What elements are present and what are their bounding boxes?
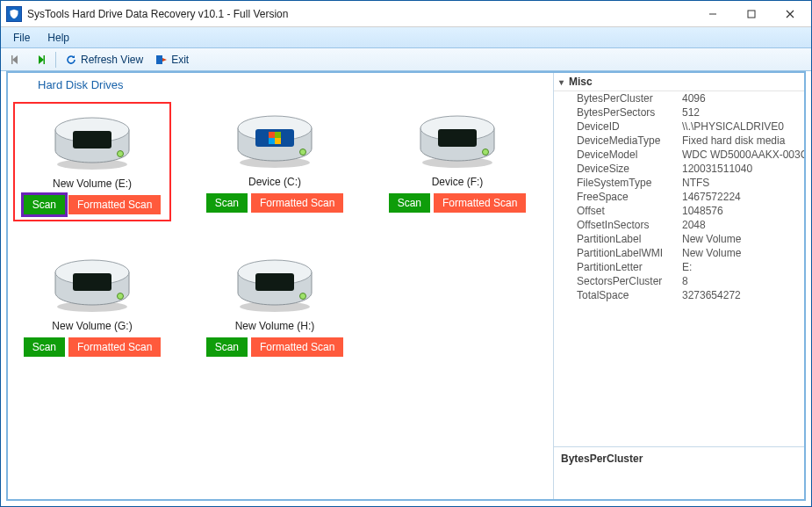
- properties-status-body: [561, 465, 797, 481]
- minimize-button[interactable]: [693, 2, 732, 26]
- property-value: 3273654272: [682, 289, 804, 301]
- exit-label: Exit: [171, 54, 189, 66]
- property-value: 8: [682, 275, 804, 287]
- drives-grid: New Volume (E:)ScanFormatted ScanDevice …: [8, 95, 553, 499]
- svg-rect-22: [73, 273, 111, 291]
- property-value: New Volume: [682, 233, 804, 245]
- svg-rect-6: [73, 131, 111, 148]
- property-row[interactable]: PartitionLetterE:: [554, 260, 804, 274]
- property-key: FreeSpace: [577, 191, 682, 203]
- svg-point-7: [118, 151, 124, 157]
- property-row[interactable]: PartitionLabelNew Volume: [554, 232, 804, 246]
- drive-icon: [48, 251, 136, 315]
- property-row[interactable]: OffsetInSectors2048: [554, 218, 804, 232]
- property-value: 512: [682, 106, 804, 119]
- titlebar: SysTools Hard Drive Data Recovery v10.1 …: [1, 1, 811, 27]
- menu-help[interactable]: Help: [40, 30, 76, 46]
- svg-rect-11: [269, 132, 275, 138]
- svg-point-15: [300, 149, 306, 156]
- drive-icon: [413, 107, 501, 170]
- property-key: OffsetInSectors: [577, 219, 682, 231]
- drive-tile[interactable]: New Volume (E:)ScanFormatted Scan: [13, 102, 171, 221]
- toolbar: Refresh View Exit: [1, 48, 811, 71]
- svg-rect-0: [748, 11, 755, 18]
- properties-status-label: BytesPerCluster: [561, 453, 797, 465]
- drive-tile[interactable]: New Volume (G:)ScanFormatted Scan: [13, 246, 171, 362]
- svg-point-19: [483, 149, 489, 156]
- refresh-label: Refresh View: [81, 54, 143, 66]
- property-row[interactable]: SectorsPerCluster8: [554, 274, 804, 288]
- svg-point-23: [118, 293, 124, 300]
- property-key: DeviceMediaType: [577, 134, 682, 147]
- svg-rect-3: [156, 55, 162, 64]
- drive-label: Device (C:): [248, 176, 301, 188]
- drive-label: New Volume (H:): [235, 320, 315, 332]
- property-value: 120031511040: [682, 163, 804, 175]
- property-row[interactable]: FreeSpace1467572224: [554, 190, 804, 204]
- refresh-icon: [65, 54, 77, 66]
- property-key: PartitionLetter: [577, 261, 682, 273]
- property-value: Fixed hard disk media: [682, 134, 804, 147]
- svg-rect-1: [11, 55, 13, 64]
- property-key: DeviceSize: [577, 163, 682, 175]
- property-row[interactable]: DeviceModelWDC WD5000AAKX-003CA0 AT: [554, 148, 804, 162]
- property-row[interactable]: DeviceMediaTypeFixed hard disk media: [554, 134, 804, 148]
- drive-icon: [231, 107, 319, 170]
- property-key: PartitionLabelWMI: [577, 247, 682, 259]
- refresh-button[interactable]: Refresh View: [60, 52, 148, 68]
- property-row[interactable]: BytesPerCluster4096: [554, 91, 804, 105]
- drive-tile[interactable]: Device (F:)ScanFormatted Scan: [378, 102, 536, 221]
- drive-icon: [231, 251, 319, 315]
- scan-button[interactable]: Scan: [206, 193, 248, 213]
- property-value: E:: [682, 261, 804, 273]
- properties-header[interactable]: ▾ Misc: [554, 73, 804, 91]
- properties-list: BytesPerCluster4096BytesPerSectors512Dev…: [554, 91, 804, 446]
- property-key: PartitionLabel: [577, 233, 682, 245]
- property-row[interactable]: PartitionLabelWMINew Volume: [554, 246, 804, 260]
- property-row[interactable]: Offset1048576: [554, 204, 804, 218]
- property-value: NTFS: [682, 177, 804, 189]
- property-row[interactable]: TotalSpace3273654272: [554, 288, 804, 302]
- property-row[interactable]: DeviceSize120031511040: [554, 162, 804, 176]
- window-title: SysTools Hard Drive Data Recovery v10.1 …: [27, 8, 693, 20]
- formatted-scan-button[interactable]: Formatted Scan: [434, 193, 526, 213]
- svg-point-27: [300, 293, 306, 300]
- formatted-scan-button[interactable]: Formatted Scan: [68, 337, 161, 357]
- svg-rect-13: [269, 138, 275, 144]
- property-row[interactable]: BytesPerSectors512: [554, 105, 804, 120]
- formatted-scan-button[interactable]: Formatted Scan: [251, 193, 343, 213]
- formatted-scan-button[interactable]: Formatted Scan: [68, 195, 161, 214]
- drive-tile[interactable]: Device (C:)ScanFormatted Scan: [196, 102, 354, 221]
- svg-rect-26: [255, 273, 294, 291]
- nav-back-button[interactable]: [4, 52, 27, 68]
- scan-button[interactable]: Scan: [24, 337, 65, 357]
- property-value: \\.\PHYSICALDRIVE0: [682, 120, 804, 133]
- property-row[interactable]: FileSystemTypeNTFS: [554, 176, 804, 190]
- property-value: 2048: [682, 219, 804, 231]
- nav-forward-button[interactable]: [29, 52, 52, 68]
- section-title: Hard Disk Drives: [8, 73, 553, 95]
- property-key: BytesPerSectors: [577, 106, 682, 119]
- scan-button[interactable]: Scan: [389, 193, 430, 213]
- scan-button[interactable]: Scan: [206, 337, 248, 357]
- exit-button[interactable]: Exit: [150, 52, 194, 68]
- menu-file[interactable]: File: [6, 30, 37, 46]
- drive-tile[interactable]: New Volume (H:)ScanFormatted Scan: [196, 246, 354, 362]
- maximize-button[interactable]: [732, 2, 771, 26]
- scan-button[interactable]: Scan: [24, 195, 65, 214]
- property-value: 1467572224: [682, 191, 804, 203]
- drive-icon: [48, 109, 136, 172]
- nav-forward-icon: [34, 54, 47, 66]
- exit-icon: [155, 54, 168, 66]
- formatted-scan-button[interactable]: Formatted Scan: [251, 337, 343, 357]
- property-row[interactable]: DeviceID\\.\PHYSICALDRIVE0: [554, 120, 804, 134]
- close-button[interactable]: [771, 2, 809, 26]
- property-key: DeviceModel: [577, 148, 682, 161]
- properties-panel: ▾ Misc BytesPerCluster4096BytesPerSector…: [553, 73, 804, 499]
- drive-label: Device (F:): [432, 176, 484, 188]
- app-icon: [6, 6, 22, 22]
- property-key: SectorsPerCluster: [577, 275, 682, 287]
- properties-status: BytesPerCluster: [554, 446, 804, 499]
- svg-rect-14: [275, 138, 281, 144]
- content-area: Hard Disk Drives New Volume (E:)ScanForm…: [6, 71, 806, 501]
